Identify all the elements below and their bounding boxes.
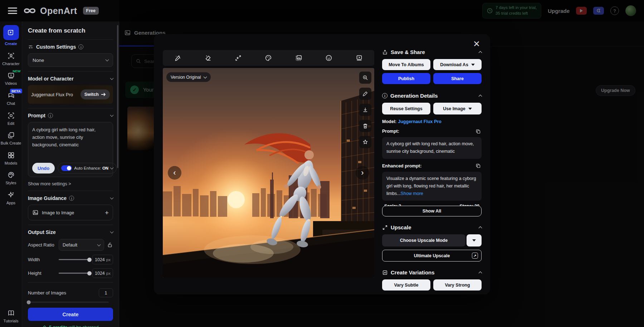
sidebar-item-videos[interactable]: NEW Videos [1,71,21,86]
panel-title: Create from scratch [28,27,113,34]
undo-button[interactable]: Undo [32,163,55,174]
width-value-box[interactable]: 1024px [92,255,113,264]
copy-icon[interactable] [474,128,482,135]
publish-button[interactable]: Publish [382,73,430,84]
height-slider[interactable] [59,273,89,274]
magic-edit-icon[interactable] [171,52,185,64]
enhance-icon[interactable] [231,52,245,64]
beta-badge: BETA [10,89,22,93]
favorite-star-icon[interactable] [359,136,371,148]
aspect-ratio-select[interactable]: Default [59,239,104,251]
vary-subtle-button[interactable]: Vary Subtle [382,279,430,291]
download-as-button[interactable]: Download As [433,59,482,70]
num-images-label: Number of Images [28,290,66,296]
video-maker-icon[interactable] [352,52,366,64]
generated-image-viewer[interactable]: Version Original ‹ [163,68,374,278]
variations-icon [382,270,388,275]
hamburger-menu-icon[interactable] [8,8,17,14]
openart-infinity-icon [23,6,36,15]
sidebar-item-apps[interactable]: Apps [1,191,21,205]
eraser-icon[interactable] [201,52,215,64]
download-icon[interactable] [359,104,371,116]
use-image-button[interactable]: Use Image [433,103,482,114]
custom-settings-select[interactable]: None [28,53,113,67]
sidebar-item-character[interactable]: Character [1,52,21,66]
switch-model-button[interactable]: Switch [80,89,110,99]
chevron-up-icon [479,272,482,275]
sidebar-item-label: Models [5,161,17,166]
image-variation-icon[interactable] [292,52,306,64]
num-images-value-box[interactable]: 1 [99,288,113,297]
height-value-box[interactable]: 1024px [92,268,113,278]
model-link[interactable]: Juggernaut Flux Pro [398,119,441,124]
sidebar-item-edit[interactable]: Edit [1,111,21,126]
brand-logo[interactable]: OpenArt [23,6,77,16]
image-action-buttons [359,72,371,148]
generation-details-header[interactable]: i Generation Details [382,93,482,99]
prompt-detail-text: A cyborg girl with long red hair, action… [382,137,482,159]
delete-trash-icon[interactable] [359,120,371,132]
number-of-images-section: Number of Images 1 Create 5 credits will… [28,282,113,327]
model-card[interactable]: Juggernaut Flux Pro Switch [28,85,113,104]
zoom-in-icon[interactable] [359,72,371,84]
info-icon: i [382,93,387,98]
header-left: OpenArt Free [8,6,99,16]
chevron-down-icon [97,243,101,246]
sidebar-item-chat[interactable]: BETA Chat [1,91,21,106]
vary-strong-button[interactable]: Vary Strong [433,279,482,291]
chevron-down-icon [110,77,114,80]
image-guidance-section: Image Guidance i Image to Image + [28,191,113,225]
image-tools-toolbar [163,50,374,66]
save-share-header[interactable]: Save & Share [382,49,482,55]
custom-settings-value: None [33,58,106,63]
close-icon[interactable]: ✕ [472,39,482,49]
prompt-section: Prompt i A cyborg girl with long red hai… [28,108,113,191]
credits-note: 5 credits will be charged [28,325,113,327]
sidebar-item-bulk-create[interactable]: Bulk Create [1,131,21,146]
prompt-editor[interactable]: A cyborg girl with long red hair, action… [28,122,113,177]
show-all-button[interactable]: Show All [382,206,482,216]
sidebar-item-tutorials[interactable]: Tutorials [1,309,21,323]
show-more-link[interactable]: Show more [401,191,423,196]
create-variations-header[interactable]: Create Variations [382,269,482,275]
brand-name: OpenArt [40,6,77,16]
ultimate-upscale-button[interactable]: Ultimate Upscale ↗ [382,250,482,262]
plus-icon[interactable]: + [105,209,109,216]
sidebar-item-label: Apps [6,201,15,205]
version-selector[interactable]: Version Original [166,72,211,82]
auto-enhance-control[interactable]: Auto Enhance: ON [58,163,117,174]
previous-image-arrow[interactable]: ‹ [168,166,181,180]
face-icon[interactable] [322,52,336,64]
model-section-label: Model or Character [28,76,74,82]
upscale-header[interactable]: Upscale [382,224,482,230]
choose-upscale-mode-button[interactable]: Choose Upscale Mode [382,234,465,247]
show-more-settings-link[interactable]: Show more settings > [28,181,113,186]
create-button[interactable]: Create [28,308,113,321]
sidebar-item-create[interactable]: Create [1,25,21,46]
image-detail-modal: ✕ [154,34,490,294]
move-to-albums-button[interactable]: Move To Albums [382,59,430,70]
copy-icon[interactable] [474,162,482,170]
panel-scrollbar[interactable] [117,25,118,168]
auto-enhance-toggle[interactable] [61,165,72,171]
lock-icon[interactable] [107,242,113,248]
prompt-label: Prompt [28,113,45,118]
chevron-down-icon [110,113,114,117]
credit-diamond-icon [42,325,47,327]
reuse-settings-button[interactable]: Reuse Settings [382,103,430,114]
next-image-arrow[interactable]: › [356,166,369,180]
sidebar-item-models[interactable]: Models [1,151,21,166]
character-icon [7,52,15,60]
upscale-mode-dropdown[interactable] [467,234,482,247]
caret-down-icon [471,64,475,66]
width-slider[interactable] [59,259,89,260]
image-to-image-option[interactable]: Image to Image + [28,205,113,220]
edit-pencil-icon[interactable] [359,88,371,100]
palette-icon[interactable] [261,52,275,64]
caret-down-icon [468,108,472,110]
models-icon [7,151,15,160]
prompt-text[interactable]: A cyborg girl with long red hair, action… [32,126,109,161]
num-images-slider[interactable] [28,302,109,303]
sidebar-item-styles[interactable]: Styles [1,171,21,185]
share-button[interactable]: Share [433,73,482,84]
